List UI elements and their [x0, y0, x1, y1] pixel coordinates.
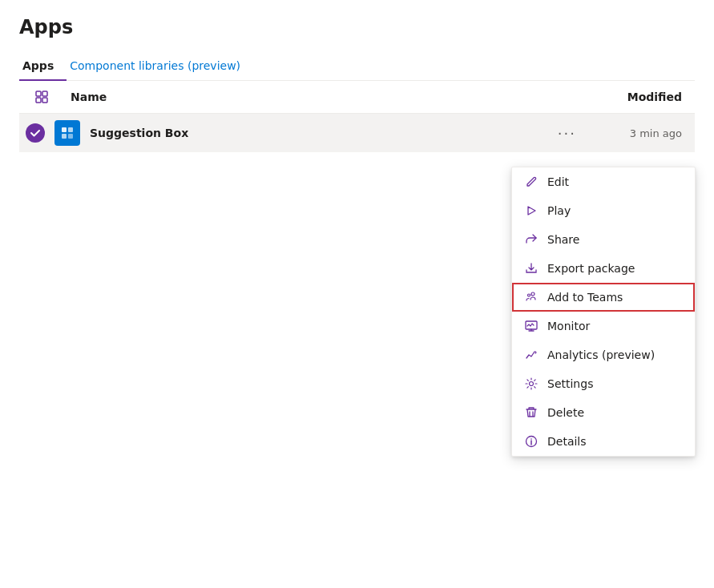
modified-time: 3 min ago — [592, 127, 688, 139]
menu-details-label: Details — [547, 435, 587, 448]
menu-delete-label: Delete — [547, 406, 584, 419]
menu-analytics-label: Analytics (preview) — [547, 348, 655, 361]
content-area: Name Modified Suggestion Box ··· 3 min a… — [0, 81, 714, 152]
table-row: Suggestion Box ··· 3 min ago — [19, 114, 695, 152]
analytics-icon — [525, 348, 538, 361]
menu-share-label: Share — [547, 233, 579, 246]
svg-rect-1 — [42, 91, 47, 96]
delete-icon — [525, 406, 538, 419]
menu-item-edit[interactable]: Edit — [512, 167, 695, 196]
svg-point-13 — [530, 438, 532, 440]
page-header: Apps Apps Component libraries (preview) — [0, 0, 714, 81]
col-name-header: Name — [71, 91, 547, 103]
svg-rect-0 — [36, 91, 41, 96]
tab-component-libraries[interactable]: Component libraries (preview) — [67, 51, 253, 80]
menu-item-delete[interactable]: Delete — [512, 398, 695, 427]
col-modified-header: Modified — [560, 91, 688, 103]
tab-apps[interactable]: Apps — [19, 51, 67, 80]
row-more-button[interactable]: ··· — [551, 122, 583, 145]
table-icon-col — [26, 91, 58, 103]
teams-icon — [525, 291, 538, 304]
menu-play-label: Play — [547, 204, 571, 217]
svg-rect-3 — [42, 98, 47, 103]
grid-icon — [35, 91, 48, 103]
menu-monitor-label: Monitor — [547, 320, 590, 332]
svg-rect-5 — [68, 127, 73, 132]
tabs-container: Apps Component libraries (preview) — [19, 51, 695, 81]
play-icon — [525, 204, 538, 217]
monitor-icon — [525, 320, 538, 332]
menu-edit-label: Edit — [547, 175, 569, 188]
check-icon — [30, 127, 41, 139]
menu-item-monitor[interactable]: Monitor — [512, 312, 695, 340]
menu-add-to-teams-label: Add to Teams — [547, 291, 623, 304]
svg-point-8 — [531, 292, 534, 296]
menu-settings-label: Settings — [547, 377, 593, 390]
menu-item-add-to-teams[interactable]: Add to Teams — [512, 283, 695, 312]
svg-rect-2 — [36, 98, 41, 103]
share-icon — [525, 233, 538, 246]
svg-rect-7 — [68, 134, 73, 139]
menu-item-share[interactable]: Share — [512, 225, 695, 254]
page-title: Apps — [19, 16, 695, 38]
svg-rect-6 — [62, 134, 67, 139]
menu-item-play[interactable]: Play — [512, 196, 695, 225]
row-selected-indicator — [26, 123, 45, 143]
menu-item-export-package[interactable]: Export package — [512, 254, 695, 283]
svg-rect-4 — [62, 127, 67, 132]
settings-icon — [525, 377, 538, 390]
menu-export-label: Export package — [547, 262, 635, 275]
export-icon — [525, 262, 538, 275]
app-name: Suggestion Box — [90, 127, 542, 139]
menu-item-details[interactable]: Details — [512, 427, 695, 456]
details-icon — [525, 435, 538, 448]
table-header: Name Modified — [19, 81, 695, 114]
context-menu: Edit Play Share Export package Add to Te… — [511, 167, 696, 457]
app-icon — [54, 120, 80, 146]
menu-item-settings[interactable]: Settings — [512, 369, 695, 398]
edit-icon — [525, 175, 538, 188]
app-type-icon — [60, 126, 75, 140]
svg-point-11 — [530, 382, 534, 386]
menu-item-analytics[interactable]: Analytics (preview) — [512, 340, 695, 369]
svg-point-9 — [528, 294, 530, 296]
